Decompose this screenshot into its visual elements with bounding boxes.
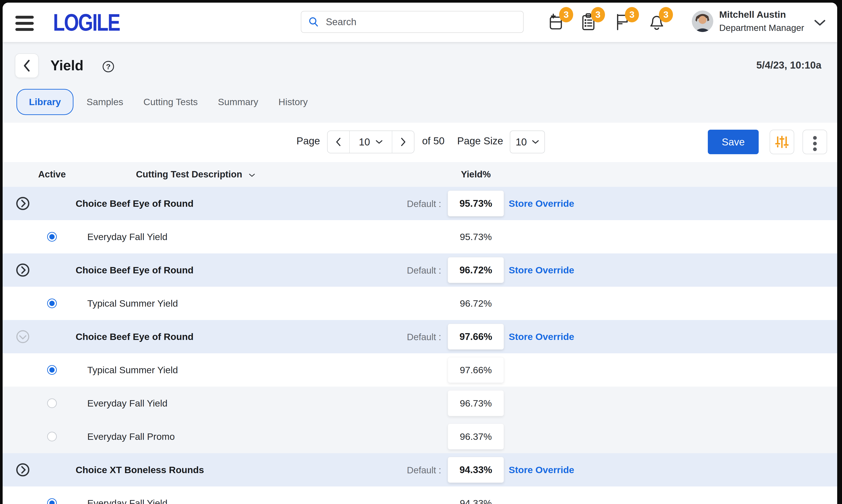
more-options-button[interactable] — [803, 130, 827, 154]
yield-value: 96.72% — [448, 287, 504, 320]
tab-cutting-tests[interactable]: Cutting Tests — [143, 96, 198, 107]
table-body: Choice Beef Eye of RoundDefault :95.73%S… — [3, 187, 837, 504]
table-header: Active Cutting Test Description Yield% — [3, 162, 837, 187]
tab-summary[interactable]: Summary — [218, 96, 258, 107]
toolbar: Page 10 of 50 Page Size 10 Save — [3, 123, 837, 162]
filter-settings-button[interactable] — [770, 130, 794, 154]
sample-description: Everyday Fall Yield — [87, 498, 168, 504]
logile-logo: LOGILE — [53, 10, 120, 35]
cutting-test-description: Choice Beef Eye of Round — [76, 198, 194, 209]
table-row: Choice XT Boneless RoundsDefault :94.33%… — [3, 453, 837, 486]
kebab-icon — [813, 136, 817, 140]
sample-description: Everyday Fall Yield — [87, 232, 168, 242]
app-window: LOGILE 3 3 — [3, 3, 837, 504]
cutting-test-description: Choice Beef Eye of Round — [76, 331, 194, 342]
hamburger-menu-icon[interactable] — [15, 16, 34, 29]
chevron-down-icon — [532, 139, 539, 145]
page-title: Yield — [50, 57, 84, 74]
default-yield-input[interactable]: 96.72% — [448, 257, 504, 283]
yield-value: 94.33% — [448, 486, 504, 504]
yield-value[interactable]: 96.37% — [448, 424, 504, 449]
tab-library[interactable]: Library — [16, 89, 73, 115]
search-icon — [307, 16, 320, 28]
tab-bar: Library Samples Cutting Tests Summary Hi… — [16, 89, 328, 115]
top-bar: LOGILE 3 3 — [3, 3, 837, 42]
page-timestamp: 5/4/23, 10:10a — [756, 59, 821, 71]
active-radio[interactable] — [47, 232, 57, 241]
clipboard-button[interactable]: 3 — [580, 13, 598, 31]
clipboard-badge: 3 — [591, 7, 605, 22]
active-radio[interactable] — [47, 432, 57, 442]
default-yield-input[interactable]: 95.73% — [448, 191, 504, 216]
user-role: Department Manager — [719, 23, 804, 33]
table-row: Choice Beef Eye of RoundDefault :95.73%S… — [3, 187, 837, 220]
next-page-button[interactable] — [392, 131, 414, 153]
chevron-left-icon — [22, 59, 31, 72]
search-input[interactable] — [325, 16, 511, 28]
table-row: Choice Beef Eye of RoundDefault :97.66%S… — [3, 320, 837, 353]
user-menu-chevron-down-icon[interactable] — [813, 18, 826, 28]
sample-description: Typical Summer Yield — [87, 298, 178, 309]
column-header-description[interactable]: Cutting Test Description — [136, 169, 255, 180]
default-label: Default : — [362, 265, 441, 276]
default-label: Default : — [362, 332, 441, 342]
sample-description: Everyday Fall Promo — [87, 431, 175, 442]
sample-description: Everyday Fall Yield — [87, 398, 168, 409]
default-yield-input[interactable]: 94.33% — [448, 457, 504, 483]
bell-badge: 3 — [659, 7, 673, 22]
help-icon[interactable]: ? — [103, 61, 114, 72]
back-button[interactable] — [15, 53, 39, 78]
calendar-add-button[interactable]: 3 — [548, 13, 566, 31]
page-number-value: 10 — [359, 136, 370, 148]
collapse-row-icon[interactable] — [16, 330, 30, 344]
active-radio[interactable] — [47, 498, 57, 504]
expand-row-icon[interactable] — [16, 263, 30, 277]
page-label: Page — [296, 135, 320, 147]
column-header-active: Active — [35, 169, 68, 180]
default-yield-input[interactable]: 97.66% — [448, 324, 504, 349]
active-radio[interactable] — [47, 299, 57, 308]
page-size-value: 10 — [516, 136, 527, 148]
table-row: Everyday Fall Yield94.33% — [3, 486, 837, 504]
sliders-icon — [775, 135, 789, 149]
table-row: Everyday Fall Yield96.73% — [3, 386, 837, 420]
of-pages-label: of 50 — [422, 135, 445, 147]
page-size-label: Page Size — [457, 135, 503, 147]
expand-row-icon[interactable] — [16, 197, 30, 211]
default-label: Default : — [362, 199, 441, 209]
page-header: Yield ? 5/4/23, 10:10a Library Samples C… — [3, 42, 837, 123]
cutting-test-description: Choice XT Boneless Rounds — [76, 465, 204, 475]
store-override-link[interactable]: Store Override — [509, 198, 574, 209]
yield-value[interactable]: 96.73% — [448, 390, 504, 416]
table-row: Everyday Fall Yield95.73% — [3, 220, 837, 253]
save-button[interactable]: Save — [708, 130, 759, 154]
store-override-link[interactable]: Store Override — [509, 465, 574, 475]
chevron-down-icon — [375, 139, 383, 145]
expand-row-icon[interactable] — [16, 463, 30, 477]
table-row: Everyday Fall Promo96.37% — [3, 420, 837, 453]
yield-value[interactable]: 97.66% — [448, 357, 504, 383]
tab-history[interactable]: History — [278, 96, 308, 107]
page-number-select[interactable]: 10 — [349, 131, 392, 153]
table-row: Typical Summer Yield97.66% — [3, 353, 837, 386]
pager-control: 10 — [327, 130, 414, 153]
tab-samples[interactable]: Samples — [87, 96, 123, 107]
store-override-link[interactable]: Store Override — [509, 265, 574, 275]
sort-chevron-down-icon — [248, 173, 255, 177]
flag-button[interactable]: 3 — [614, 13, 632, 31]
sample-description: Typical Summer Yield — [87, 365, 178, 375]
calendar-badge: 3 — [559, 7, 573, 22]
avatar[interactable] — [692, 11, 713, 32]
flag-badge: 3 — [625, 7, 639, 22]
table-row: Choice Beef Eye of RoundDefault :96.72%S… — [3, 253, 837, 287]
search-box[interactable] — [301, 11, 523, 33]
cutting-test-description: Choice Beef Eye of Round — [76, 265, 194, 275]
active-radio[interactable] — [47, 365, 57, 375]
active-radio[interactable] — [47, 398, 57, 408]
store-override-link[interactable]: Store Override — [509, 331, 574, 342]
user-name: Mitchell Austin — [719, 9, 786, 20]
notifications-button[interactable]: 3 — [648, 13, 666, 31]
page-size-select[interactable]: 10 — [510, 130, 545, 153]
prev-page-button[interactable] — [328, 131, 349, 153]
table-row: Typical Summer Yield96.72% — [3, 287, 837, 320]
